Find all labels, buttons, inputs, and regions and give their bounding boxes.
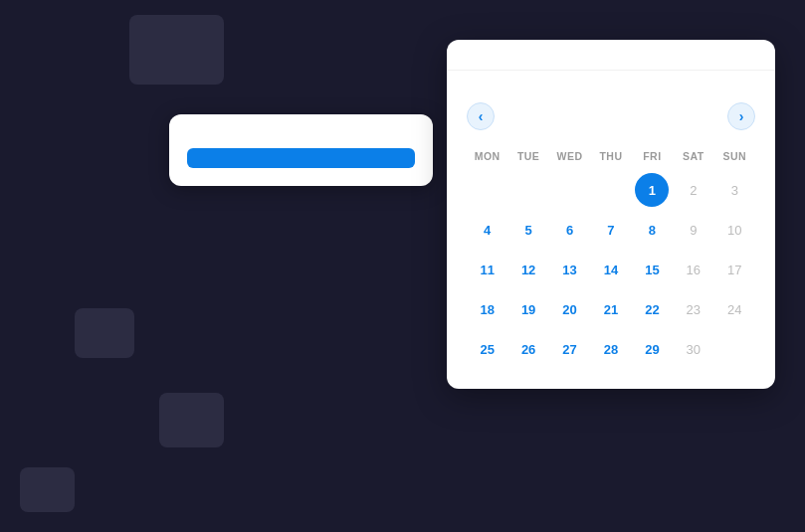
calendar-day-cell: 21 — [590, 289, 631, 329]
weekday-label-fri: FRI — [632, 146, 673, 170]
day-26[interactable]: 26 — [511, 332, 545, 366]
day-12[interactable]: 12 — [511, 253, 545, 286]
calendar-day-cell: 14 — [590, 250, 631, 289]
day-30[interactable]: 30 — [677, 332, 710, 366]
day-15[interactable]: 15 — [635, 253, 669, 286]
calendar-day-cell: 16 — [673, 250, 713, 289]
day-19[interactable]: 19 — [511, 292, 545, 326]
calendar-day-cell: 22 — [632, 289, 673, 329]
calendar-day-cell: 8 — [632, 210, 673, 250]
calendar-day-cell — [549, 170, 590, 210]
deco-square-4 — [20, 467, 75, 512]
calendar-day-cell: 12 — [507, 250, 548, 289]
modal-header — [447, 40, 775, 71]
next-month-button[interactable]: › — [727, 102, 755, 130]
chat-card — [169, 114, 433, 186]
day-6[interactable]: 6 — [553, 213, 587, 247]
day-17[interactable]: 17 — [717, 253, 751, 286]
calendar-day-cell: 11 — [467, 250, 507, 289]
deco-square-3 — [159, 393, 224, 447]
weekday-label-sat: SAT — [673, 146, 713, 170]
calendar-day-cell: 5 — [507, 210, 548, 250]
calendar-day-cell — [507, 170, 548, 210]
day-3[interactable]: 3 — [717, 173, 751, 207]
day-1[interactable]: 1 — [635, 173, 669, 207]
calendar-day-cell — [714, 329, 755, 369]
weekday-label-wed: WED — [549, 146, 590, 170]
day-20[interactable]: 20 — [553, 292, 587, 326]
calendar-day-cell: 13 — [549, 250, 590, 289]
day-16[interactable]: 16 — [677, 253, 710, 286]
calendar-day-cell: 7 — [590, 210, 631, 250]
weekday-label-tue: TUE — [507, 146, 548, 170]
calendar-day-cell: 23 — [673, 289, 713, 329]
day-14[interactable]: 14 — [594, 253, 628, 286]
day-24[interactable]: 24 — [717, 292, 751, 326]
calendar-week-1: 45678910 — [467, 210, 755, 250]
day-29[interactable]: 29 — [635, 332, 669, 366]
calendar-day-cell: 24 — [714, 289, 755, 329]
day-9[interactable]: 9 — [677, 213, 710, 247]
calendar-day-cell: 26 — [507, 329, 548, 369]
day-13[interactable]: 13 — [553, 253, 587, 286]
calendar-day-cell: 2 — [673, 170, 713, 210]
calendar-day-cell: 27 — [549, 329, 590, 369]
day-28[interactable]: 28 — [594, 332, 628, 366]
calendar-day-cell: 25 — [467, 329, 507, 369]
calendar-day-cell: 4 — [467, 210, 507, 250]
day-27[interactable]: 27 — [553, 332, 587, 366]
weekday-label-mon: MON — [467, 146, 507, 170]
calendar-day-cell: 28 — [590, 329, 631, 369]
schedule-meeting-button[interactable] — [187, 148, 415, 168]
deco-square-2 — [75, 308, 134, 358]
day-2[interactable]: 2 — [677, 173, 710, 207]
calendar-week-0: 123 — [467, 170, 755, 210]
day-5[interactable]: 5 — [511, 213, 545, 247]
calendar-body: ‹ › MONTUEWEDTHUFRISATSUN 12345678910111… — [447, 71, 775, 389]
calendar-week-2: 11121314151617 — [467, 250, 755, 289]
day-11[interactable]: 11 — [471, 253, 504, 286]
calendar-week-4: 252627282930 — [467, 329, 755, 369]
calendar-day-cell: 19 — [507, 289, 548, 329]
day-23[interactable]: 23 — [677, 292, 710, 326]
calendar-week-3: 18192021222324 — [467, 289, 755, 329]
day-18[interactable]: 18 — [471, 292, 504, 326]
calendar-day-cell: 18 — [467, 289, 507, 329]
calendar-day-cell — [467, 170, 507, 210]
prev-month-button[interactable]: ‹ — [467, 102, 495, 130]
day-10[interactable]: 10 — [717, 213, 751, 247]
calendar-day-cell: 30 — [673, 329, 713, 369]
calendar-grid: MONTUEWEDTHUFRISATSUN 123456789101112131… — [467, 146, 755, 369]
day-7[interactable]: 7 — [594, 213, 628, 247]
day-4[interactable]: 4 — [471, 213, 504, 247]
calendar-day-cell: 6 — [549, 210, 590, 250]
day-8[interactable]: 8 — [635, 213, 669, 247]
day-21[interactable]: 21 — [594, 292, 628, 326]
day-25[interactable]: 25 — [471, 332, 504, 366]
weekday-label-sun: SUN — [714, 146, 755, 170]
calendar-day-cell: 10 — [714, 210, 755, 250]
month-nav: ‹ › — [467, 102, 755, 130]
calendar-day-cell: 15 — [632, 250, 673, 289]
weekday-label-thu: THU — [590, 146, 631, 170]
deco-square-1 — [129, 15, 224, 85]
calendar-day-cell: 17 — [714, 250, 755, 289]
day-22[interactable]: 22 — [635, 292, 669, 326]
calendar-weeks: 1234567891011121314151617181920212223242… — [467, 170, 755, 369]
weekday-header-row: MONTUEWEDTHUFRISATSUN — [467, 146, 755, 170]
schedule-modal: ‹ › MONTUEWEDTHUFRISATSUN 12345678910111… — [447, 40, 775, 389]
calendar-day-cell: 20 — [549, 289, 590, 329]
calendar-day-cell — [590, 170, 631, 210]
calendar-day-cell: 9 — [673, 210, 713, 250]
calendar-day-cell: 29 — [632, 329, 673, 369]
calendar-day-cell: 1 — [632, 170, 673, 210]
calendar-day-cell: 3 — [714, 170, 755, 210]
